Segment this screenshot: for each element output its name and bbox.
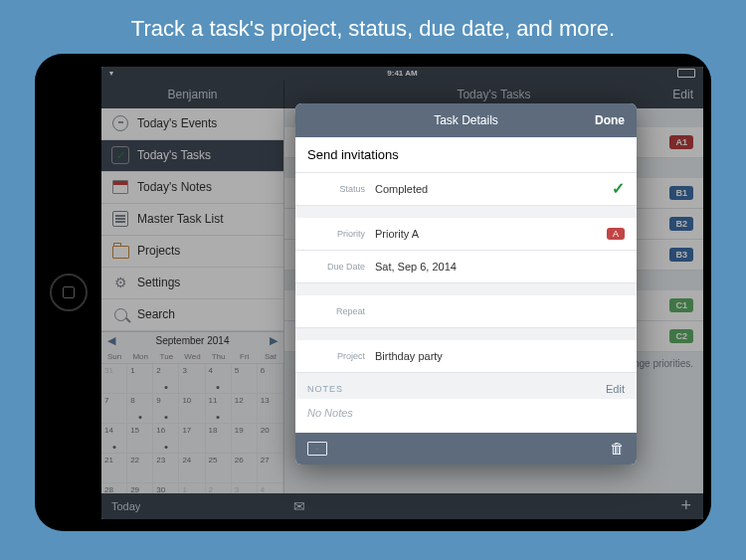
cal-day[interactable]: 25 bbox=[206, 454, 232, 483]
mail-icon[interactable] bbox=[307, 442, 327, 456]
cal-day[interactable]: 14 bbox=[101, 424, 127, 454]
cal-day[interactable]: 28 bbox=[101, 483, 127, 493]
priority-badge: B1 bbox=[669, 186, 693, 200]
done-button[interactable]: Done bbox=[595, 113, 625, 127]
priority-badge: B3 bbox=[669, 248, 693, 262]
cal-dow-label: Sun bbox=[101, 350, 127, 363]
ipad-frame: ▾ 9:41 AM Benjamin Today's Tasks Edit To… bbox=[35, 54, 711, 531]
sidebar-item-notes[interactable]: Today's Notes bbox=[101, 172, 283, 204]
checkmark-icon: ✓ bbox=[612, 179, 625, 198]
detail-value: Sat, Sep 6, 2014 bbox=[375, 261, 625, 273]
cal-day[interactable]: 1 bbox=[127, 364, 153, 394]
cal-day[interactable]: 3 bbox=[232, 483, 258, 493]
priority-badge: A bbox=[607, 228, 625, 240]
detail-priority[interactable]: Priority Priority A A bbox=[295, 218, 637, 251]
ipad-home-button[interactable] bbox=[50, 274, 88, 311]
cal-day[interactable]: 2 bbox=[206, 483, 232, 493]
cal-day[interactable]: 4 bbox=[258, 483, 283, 493]
cal-day[interactable]: 22 bbox=[127, 454, 153, 483]
detail-value: Completed bbox=[375, 183, 612, 195]
cal-day[interactable]: 20 bbox=[258, 424, 283, 454]
cal-day[interactable]: 16 bbox=[153, 424, 179, 454]
modal-toolbar: 🗑 bbox=[295, 433, 637, 465]
sidebar-item-label: Today's Events bbox=[137, 116, 217, 130]
detail-value: Priority A bbox=[375, 228, 607, 240]
cal-day[interactable]: 26 bbox=[232, 454, 258, 483]
sidebar-item-projects[interactable]: Projects bbox=[101, 236, 283, 268]
sidebar: Today's Events ✓ Today's Tasks Today's N… bbox=[101, 108, 284, 493]
cal-day[interactable]: 30 bbox=[153, 483, 179, 493]
cal-next-button[interactable]: ▶ bbox=[270, 334, 278, 347]
list-icon bbox=[111, 210, 129, 228]
detail-value: Birthday party bbox=[375, 350, 625, 362]
notes-heading: NOTES bbox=[307, 384, 343, 394]
cal-day[interactable]: 18 bbox=[206, 424, 232, 454]
cal-dow-label: Sat bbox=[258, 350, 283, 363]
sidebar-item-search[interactable]: Search bbox=[101, 299, 283, 331]
cal-day[interactable]: 5 bbox=[232, 364, 258, 394]
add-button[interactable]: + bbox=[680, 495, 691, 516]
edit-button[interactable]: Edit bbox=[672, 88, 693, 101]
modal-title: Task Details bbox=[434, 113, 498, 127]
cal-day[interactable]: 12 bbox=[232, 394, 258, 424]
cal-prev-button[interactable]: ◀ bbox=[107, 334, 115, 347]
bottom-toolbar: Today ✉ + bbox=[101, 493, 703, 519]
cal-dow-label: Mon bbox=[127, 350, 153, 363]
calendar-icon bbox=[111, 178, 129, 196]
cal-day[interactable]: 1 bbox=[179, 483, 205, 493]
edit-notes-button[interactable]: Edit bbox=[606, 383, 625, 395]
detail-label: Priority bbox=[307, 229, 365, 239]
cal-day[interactable]: 24 bbox=[179, 454, 205, 483]
cal-day[interactable]: 15 bbox=[127, 424, 153, 454]
task-title-field[interactable]: Send invitations bbox=[295, 137, 637, 173]
search-icon bbox=[111, 305, 129, 323]
mini-calendar[interactable]: ◀ September 2014 ▶ SunMonTueWedThuFriSat… bbox=[101, 331, 283, 493]
cal-day[interactable]: 10 bbox=[179, 394, 205, 424]
trash-icon[interactable]: 🗑 bbox=[610, 440, 625, 457]
cal-day[interactable]: 6 bbox=[258, 364, 283, 394]
cal-day[interactable]: 27 bbox=[258, 454, 283, 483]
sidebar-item-events[interactable]: Today's Events bbox=[101, 108, 283, 140]
notes-body[interactable]: No Notes bbox=[295, 399, 637, 433]
cal-dow-label: Fri bbox=[232, 350, 258, 363]
cal-dow-label: Wed bbox=[179, 350, 205, 363]
cal-day[interactable]: 21 bbox=[101, 454, 127, 483]
cal-day[interactable]: 8 bbox=[127, 394, 153, 424]
today-button[interactable]: Today bbox=[101, 500, 293, 512]
cal-day[interactable]: 11 bbox=[206, 394, 232, 424]
task-details-modal: Task Details Done Send invitations Statu… bbox=[295, 103, 637, 465]
cal-day[interactable]: 3 bbox=[179, 364, 205, 394]
detail-status[interactable]: Status Completed ✓ bbox=[295, 173, 637, 206]
wifi-icon: ▾ bbox=[109, 69, 113, 78]
cal-day[interactable]: 4 bbox=[206, 364, 232, 394]
sidebar-item-label: Search bbox=[137, 307, 175, 321]
mail-icon[interactable]: ✉ bbox=[293, 498, 305, 514]
cal-day[interactable]: 17 bbox=[179, 424, 205, 454]
cal-day[interactable]: 19 bbox=[232, 424, 258, 454]
sidebar-item-master[interactable]: Master Task List bbox=[101, 204, 283, 236]
user-label[interactable]: Benjamin bbox=[101, 81, 284, 108]
priority-badge: C1 bbox=[669, 298, 693, 312]
app-screen: ▾ 9:41 AM Benjamin Today's Tasks Edit To… bbox=[101, 67, 703, 519]
cal-day[interactable]: 9 bbox=[153, 394, 179, 424]
detail-project[interactable]: Project Birthday party bbox=[295, 340, 637, 373]
modal-header: Task Details Done bbox=[295, 103, 637, 137]
promo-caption: Track a task's project, status, due date… bbox=[0, 0, 746, 54]
sidebar-item-tasks[interactable]: ✓ Today's Tasks bbox=[101, 140, 283, 172]
sidebar-item-label: Projects bbox=[137, 244, 180, 258]
detail-due-date[interactable]: Due Date Sat, Sep 6, 2014 bbox=[295, 251, 637, 283]
detail-repeat[interactable]: Repeat bbox=[295, 295, 637, 328]
cal-day[interactable]: 29 bbox=[127, 483, 153, 493]
cal-day[interactable]: 13 bbox=[258, 394, 283, 424]
page-title: Today's Tasks bbox=[457, 88, 530, 101]
cal-day[interactable]: 31 bbox=[101, 364, 127, 394]
cal-day[interactable]: 23 bbox=[153, 454, 179, 483]
priority-badge: B2 bbox=[669, 217, 693, 231]
cal-day[interactable]: 2 bbox=[153, 364, 179, 394]
sidebar-item-settings[interactable]: ⚙ Settings bbox=[101, 268, 283, 299]
sidebar-item-label: Today's Tasks bbox=[137, 148, 211, 162]
checkbox-icon: ✓ bbox=[111, 146, 129, 164]
battery-icon bbox=[677, 69, 695, 78]
cal-day[interactable]: 7 bbox=[101, 394, 127, 424]
detail-label: Repeat bbox=[307, 306, 365, 316]
